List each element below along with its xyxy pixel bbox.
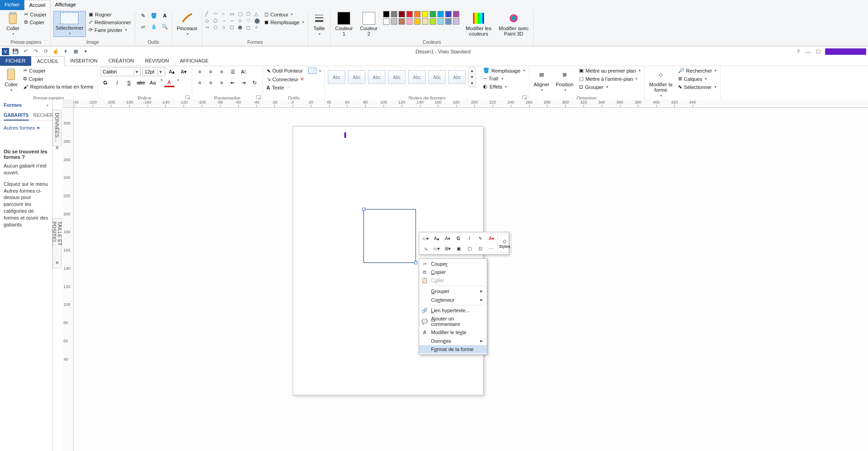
find-button[interactable]: 🔎Rechercher▾ xyxy=(677,67,718,74)
line-button[interactable]: ─Trait▾ xyxy=(482,75,526,82)
mini-group-icon[interactable]: ⊡ xyxy=(475,244,485,253)
layers-button[interactable]: ≣Calques▾ xyxy=(677,75,718,82)
mini-styles-button[interactable]: ◇Styles xyxy=(497,234,512,253)
undo-icon[interactable]: ↶ xyxy=(22,48,29,55)
mini-connector-icon[interactable]: ↘ xyxy=(421,244,431,253)
mini-italic-icon[interactable]: I xyxy=(464,234,474,243)
crop-button[interactable]: ▣Rogner xyxy=(88,11,132,18)
palette-swatch[interactable] xyxy=(430,18,436,25)
color-palette[interactable] xyxy=(383,11,460,25)
mini-more-icon[interactable]: ⋯ xyxy=(486,244,496,253)
palette-swatch[interactable] xyxy=(453,11,459,17)
help-icon[interactable]: ? xyxy=(795,48,801,55)
align-middle-icon[interactable]: ≡ xyxy=(206,67,216,76)
shape-style-gallery[interactable]: Abc Abc Abc Abc Abc Abc Abc ▴▾▾ xyxy=(328,67,476,87)
restore-icon[interactable]: ▢ xyxy=(815,48,821,55)
rotate-button[interactable]: ⟳Faire pivoter▾ xyxy=(88,26,132,33)
ctx-donnees[interactable]: Données▸ xyxy=(419,336,487,345)
ctx-modifier-texte[interactable]: AModifier le texte xyxy=(419,328,487,336)
save-icon[interactable]: 💾 xyxy=(12,48,19,55)
minimize-icon[interactable]: — xyxy=(805,48,811,55)
refresh-icon[interactable]: ⟳ xyxy=(42,48,49,55)
position-button[interactable]: ⊞Position▾ xyxy=(554,67,575,93)
grid-icon[interactable]: ▦ xyxy=(72,48,79,55)
palette-swatch[interactable] xyxy=(437,18,444,25)
cut-button[interactable]: ✂Couper xyxy=(23,11,47,18)
tab-affichage[interactable]: AFFICHAGE xyxy=(174,56,214,66)
collapse-panel-icon[interactable]: ‹ xyxy=(47,102,48,108)
pointer-tool[interactable]: ⬉Outil Pointeur▾ xyxy=(266,67,322,74)
mini-bold-icon[interactable]: G xyxy=(453,234,463,243)
connector-tool[interactable]: ↘Connecteur✕ xyxy=(266,76,305,83)
ctx-lien[interactable]: 🔗Lien hypertexte... xyxy=(419,306,487,315)
palette-swatch[interactable] xyxy=(422,18,428,25)
chevron-down-icon[interactable]: ▾ xyxy=(62,48,69,55)
fill-tool[interactable]: 🪣 xyxy=(149,11,159,20)
drawing-canvas[interactable]: -240-220-200-180-160-140-120-100-80-60-4… xyxy=(63,100,868,451)
ctx-couper[interactable]: ✂Couper xyxy=(419,260,487,268)
close-icon[interactable]: ✕ xyxy=(55,145,59,150)
decrease-font-icon[interactable]: A▾ xyxy=(179,67,189,76)
palette-swatch[interactable] xyxy=(414,11,421,17)
picker-tool[interactable]: 💧 xyxy=(149,22,159,31)
fill-button[interactable]: 🪣Remplissage▾ xyxy=(482,67,526,74)
text-tool[interactable]: ATexte⋯ xyxy=(266,84,292,91)
tab-creation[interactable]: CRÉATION xyxy=(103,56,139,66)
palette-swatch[interactable] xyxy=(399,11,405,17)
copy-button[interactable]: ⧉Copier xyxy=(22,75,95,82)
font-size-combo[interactable]: ▾ xyxy=(142,67,165,76)
italic-button[interactable]: I xyxy=(112,78,122,87)
bullets-icon[interactable]: ☰ xyxy=(228,67,238,76)
eraser-tool[interactable]: ▱ xyxy=(138,22,148,31)
bring-front-button[interactable]: ▣Mettre au premier plan▾ xyxy=(578,67,642,74)
font-family-combo[interactable]: ▾ xyxy=(100,67,141,76)
color1-button[interactable]: Couleur 1 xyxy=(333,11,355,37)
increase-indent-icon[interactable]: ⇥ xyxy=(239,78,249,87)
zoom-tool[interactable]: 🔍 xyxy=(160,22,170,31)
paint-tab-accueil[interactable]: Accueil xyxy=(24,0,50,10)
paste-button[interactable]: Coller▾ xyxy=(3,67,20,93)
color2-button[interactable]: Couleur 2 xyxy=(358,11,379,37)
palette-swatch[interactable] xyxy=(414,18,421,25)
shapes-tab-rechercher[interactable]: RECHER xyxy=(33,110,53,121)
pencil-tool[interactable]: ✎ xyxy=(138,11,148,20)
ctx-grouper[interactable]: Grouper▸ xyxy=(419,287,487,295)
shapes-gallery[interactable]: ╱〰○▭▢⬠△ ◇⬡→↔☆♡⬤ ⤳⬠☆⬡⬢◻✧ xyxy=(205,11,262,31)
mini-align-icon[interactable]: ⊞▾ xyxy=(442,244,452,253)
bold-button[interactable]: G xyxy=(100,78,110,87)
palette-swatch[interactable] xyxy=(406,18,413,25)
gallery-scroll[interactable]: ▴▾▾ xyxy=(468,67,476,87)
shapes-tab-gabarits[interactable]: GABARITS xyxy=(4,110,29,121)
align-top-icon[interactable]: ≡ xyxy=(195,67,205,76)
ctx-conteneur[interactable]: Conteneur▸ xyxy=(419,295,487,304)
palette-swatch[interactable] xyxy=(422,11,428,17)
ctx-commentaire[interactable]: 💬Ajouter un commentaire xyxy=(419,315,487,328)
edit-colors-button[interactable]: Modifier les couleurs xyxy=(464,11,493,37)
paint-tab-fichier[interactable]: Fichier xyxy=(0,0,24,10)
palette-swatch[interactable] xyxy=(453,18,459,25)
mini-grow-font-icon[interactable]: A▴ xyxy=(431,234,442,243)
palette-swatch[interactable] xyxy=(437,11,444,17)
ctx-format-forme[interactable]: Format de la forme xyxy=(419,345,487,353)
increase-font-icon[interactable]: A▴ xyxy=(167,67,177,76)
palette-swatch[interactable] xyxy=(445,11,452,17)
ctx-copier[interactable]: ⧉Copier xyxy=(419,268,487,276)
align-right-icon[interactable]: ≡ xyxy=(217,78,227,87)
autres-formes-menu[interactable]: Autres formes▸ xyxy=(4,125,48,131)
align-left-icon[interactable]: ≡ xyxy=(195,78,205,87)
mini-fontcolor-icon[interactable]: A▾ xyxy=(486,234,496,243)
mini-style-icon[interactable]: ▭▾ xyxy=(421,234,431,243)
paste-button[interactable]: Coller ▾ xyxy=(5,11,21,37)
touch-icon[interactable]: ☝ xyxy=(52,48,59,55)
select-button[interactable]: ⬉Sélectionner▾ xyxy=(677,84,718,90)
clear-format-icon[interactable]: A⃠ xyxy=(239,67,249,76)
palette-swatch[interactable] xyxy=(383,18,389,25)
palette-swatch[interactable] xyxy=(430,11,436,17)
mini-back-icon[interactable]: ▢ xyxy=(464,244,474,253)
palette-swatch[interactable] xyxy=(399,18,405,25)
selected-rectangle-shape[interactable] xyxy=(363,209,416,263)
redo-icon[interactable]: ↷ xyxy=(32,48,39,55)
text-tool[interactable]: A xyxy=(160,11,170,20)
chevron-down-icon[interactable]: ▾ xyxy=(82,48,89,55)
shape-fill-button[interactable]: ◼Remplissage▾ xyxy=(263,19,305,26)
